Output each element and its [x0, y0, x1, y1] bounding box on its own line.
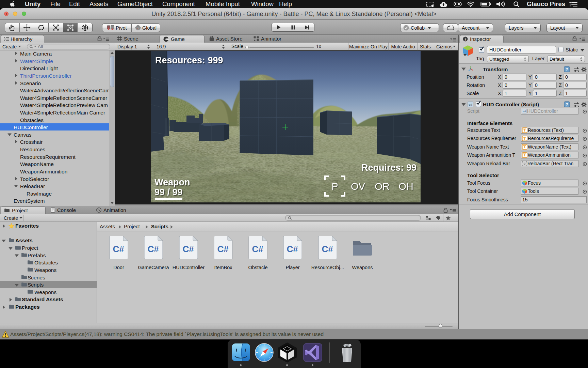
svg-text:c#: c#: [523, 110, 526, 113]
svg-text:C#: C#: [147, 244, 159, 254]
svg-text:?: ?: [566, 67, 568, 72]
svg-text:C#: C#: [287, 244, 298, 254]
svg-text:C#: C#: [252, 244, 263, 254]
svg-text:C#: C#: [217, 244, 229, 254]
svg-text:C#: C#: [322, 244, 333, 254]
svg-text:c#: c#: [469, 103, 472, 106]
svg-text:C#: C#: [113, 244, 124, 254]
svg-text:C#: C#: [182, 244, 194, 254]
svg-text:?: ?: [566, 102, 568, 107]
